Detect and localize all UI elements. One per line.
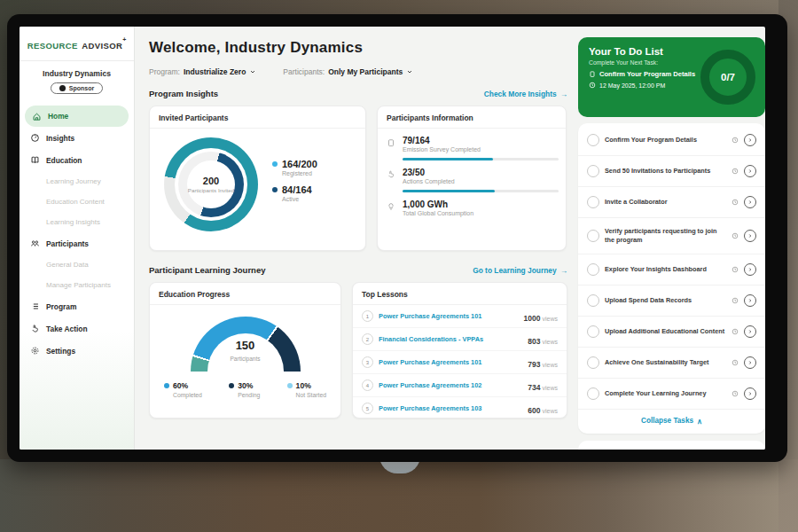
participants-filter-dropdown[interactable]: Participants: Only My Participants <box>283 67 413 76</box>
logo-plus: + <box>122 36 126 43</box>
task-checkbox[interactable] <box>587 325 599 338</box>
task-row-complete-learning-journey[interactable]: Complete Your Learning Journey <box>578 379 765 410</box>
sidebar-item-take-action[interactable]: Take Action <box>20 317 134 340</box>
sidebar-item-education[interactable]: Education <box>20 149 134 171</box>
sidebar-item-settings[interactable]: Settings <box>20 340 134 362</box>
check-more-insights-link[interactable]: Check More Insights → <box>484 90 567 98</box>
completed-label: Completed <box>173 392 202 398</box>
task-checkbox[interactable] <box>587 230 599 242</box>
sidebar-item-general-data[interactable]: General Data <box>20 254 134 275</box>
sidebar-nav: Home Insights Education Learning Journey <box>20 106 134 362</box>
task-checkbox[interactable] <box>587 263 599 276</box>
org-name: Industry Dynamics <box>23 69 130 78</box>
chevron-right-icon <box>747 329 753 334</box>
task-row-upload-educational-content[interactable]: Upload Additional Educational Content <box>578 317 765 348</box>
completed-dot-icon <box>164 383 169 388</box>
task-open-button[interactable] <box>744 263 756 276</box>
task-label: Complete Your Learning Journey <box>605 389 726 398</box>
task-open-button[interactable] <box>744 325 756 338</box>
task-open-button[interactable] <box>744 134 756 146</box>
not-started-pct: 10% <box>296 381 311 390</box>
room-background: RESOURCE ADVISOR+ Industry Dynamics Spon… <box>0 0 798 532</box>
sidebar-item-learning-insights[interactable]: Learning Insights <box>20 212 134 232</box>
task-open-button[interactable] <box>744 196 756 208</box>
sidebar-item-label: Home <box>48 112 68 121</box>
task-row-confirm-program[interactable]: Confirm Your Program Details <box>578 125 765 156</box>
task-open-button[interactable] <box>744 356 756 369</box>
sidebar-item-insights[interactable]: Insights <box>20 127 134 149</box>
sidebar-item-program[interactable]: Program <box>20 295 134 317</box>
progress-fill <box>403 190 495 192</box>
lesson-row: 3 Power Purchase Agreements 101 793views <box>353 351 567 374</box>
org-block: Industry Dynamics Sponsor <box>20 61 134 98</box>
survey-clipboard-icon <box>387 137 395 148</box>
recent-news-card: Recent News <box>578 441 765 450</box>
sidebar-item-learning-journey[interactable]: Learning Journey <box>20 171 134 192</box>
lesson-link[interactable]: Power Purchase Agreements 103 <box>379 404 522 412</box>
sidebar-item-manage-participants[interactable]: Manage Participants <box>20 275 134 295</box>
sidebar-item-label: Participants <box>46 239 89 248</box>
program-insights-header: Program Insights Check More Insights → <box>149 89 567 98</box>
dashboard-screen: RESOURCE ADVISOR+ Industry Dynamics Spon… <box>20 27 765 450</box>
task-row-upload-spend-data[interactable]: Upload Spend Data Records <box>578 286 765 317</box>
task-row-invite-collaborator[interactable]: Invite a Collaborator <box>578 187 765 218</box>
lesson-link[interactable]: Power Purchase Agreements 101 <box>379 312 519 320</box>
app-logo: RESOURCE ADVISOR+ <box>20 27 134 61</box>
program-filter-dropdown[interactable]: Program: Industrialize Zero <box>149 67 256 76</box>
stat-label: Total Global Consumption <box>403 210 473 216</box>
views-label: views <box>542 408 558 414</box>
go-to-learning-journey-link[interactable]: Go to Learning Journey → <box>473 266 567 275</box>
sidebar-item-participants[interactable]: Participants <box>20 232 134 254</box>
actions-hand-icon <box>387 169 395 179</box>
lesson-rank: 2 <box>362 333 373 345</box>
views-label: views <box>542 385 558 391</box>
clock-icon <box>732 390 739 397</box>
task-label: Upload Additional Educational Content <box>605 327 726 336</box>
registered-label: Registered <box>282 170 317 176</box>
task-checkbox[interactable] <box>587 134 599 146</box>
stat-value: 79/164 <box>403 136 559 145</box>
task-row-verify-participants[interactable]: Verify participants requesting to join t… <box>578 218 765 254</box>
invited-participants-card: Invited Participants 200 Participants In… <box>149 106 366 251</box>
task-open-button[interactable] <box>744 165 756 177</box>
task-checkbox[interactable] <box>587 294 599 307</box>
pending-label: Pending <box>238 392 260 398</box>
lesson-link[interactable]: Power Purchase Agreements 101 <box>379 358 522 366</box>
task-checkbox[interactable] <box>587 165 599 177</box>
sidebar-item-home[interactable]: Home <box>25 106 129 127</box>
chevron-down-icon <box>249 68 256 75</box>
task-checkbox[interactable] <box>587 196 599 208</box>
not-started-dot-icon <box>287 383 293 388</box>
task-label: Invite a Collaborator <box>605 198 726 207</box>
lesson-views: 1000 <box>524 314 541 323</box>
lesson-link[interactable]: Financial Considerations - VPPAs <box>379 335 522 343</box>
stat-label: Actions Completed <box>403 178 559 184</box>
task-open-button[interactable] <box>744 294 756 307</box>
progress-track <box>403 158 559 160</box>
task-row-send-invitations[interactable]: Send 50 Invitations to Participants <box>578 156 765 187</box>
logo-text-resource: RESOURCE <box>27 41 78 51</box>
task-open-button[interactable] <box>744 387 756 400</box>
gauge-legend: 60% Completed 30% Pending 10% Not Starte… <box>150 381 340 398</box>
task-open-button[interactable] <box>744 230 756 242</box>
task-label: Achieve One Sustainability Target <box>605 358 726 367</box>
collapse-tasks-link[interactable]: Collapse Tasks ∧ <box>578 410 765 432</box>
completed-pct: 60% <box>173 381 188 390</box>
task-checkbox[interactable] <box>587 387 599 400</box>
lesson-row: 4 Power Purchase Agreements 102 734views <box>353 374 567 397</box>
task-checkbox[interactable] <box>587 356 599 369</box>
sidebar-item-education-content[interactable]: Education Content <box>20 192 134 212</box>
legend-registered: 164/200 Registered <box>272 159 317 176</box>
task-row-explore-insights[interactable]: Explore Your Insights Dashboard <box>578 254 765 286</box>
stat-row-consumption: 1,000 GWh Total Global Consumption <box>378 192 566 216</box>
check-more-insights-label: Check More Insights <box>484 90 557 98</box>
lesson-views: 803 <box>528 337 540 346</box>
learning-journey-title: Participant Learning Journey <box>149 265 265 275</box>
participants-information-card: Participants Information 79/164 Emission… <box>377 106 567 251</box>
lesson-link[interactable]: Power Purchase Agreements 102 <box>379 381 522 389</box>
sidebar-item-label: Learning Insights <box>46 218 100 226</box>
clock-icon <box>732 359 739 366</box>
sidebar-item-label: Program <box>46 302 76 311</box>
views-label: views <box>542 339 558 345</box>
task-row-achieve-target[interactable]: Achieve One Sustainability Target <box>578 348 765 379</box>
